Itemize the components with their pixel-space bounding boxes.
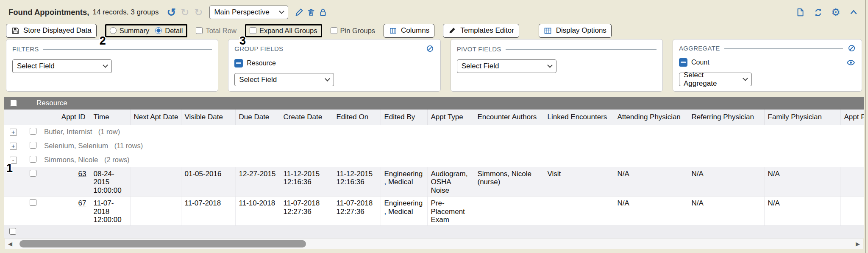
templates-editor-label: Templates Editor — [460, 26, 514, 35]
columns-button[interactable]: Columns — [384, 24, 434, 38]
column-header-appt-type[interactable]: Appt Type — [427, 110, 474, 125]
column-header-attending-physician[interactable]: Attending Physician — [614, 110, 688, 125]
scrollbar-thumb[interactable] — [19, 240, 306, 247]
column-header-encounter-authors[interactable]: Encounter Authors — [474, 110, 544, 125]
appt-id-link[interactable]: 63 — [78, 170, 86, 178]
chevron-down-icon — [279, 8, 285, 14]
cell-create-date: 11-12-2015 12:16:36 — [280, 167, 333, 197]
cell-attending-physician: N/A — [614, 197, 688, 226]
column-header-row: Appt ID Time Next Apt Date Visible Date … — [4, 110, 864, 125]
group-field-chip-label: Resource — [247, 59, 275, 67]
display-options-button[interactable]: Display Options — [539, 24, 612, 38]
delete-perspective-icon[interactable] — [305, 6, 317, 18]
column-header-edited-by[interactable]: Edited By — [381, 110, 427, 125]
column-header-appt-re[interactable]: Appt Re — [840, 110, 864, 125]
expand-all-groups-checkbox[interactable]: Expand All Groups — [250, 27, 317, 35]
document-icon[interactable] — [794, 6, 806, 18]
column-header-create-date[interactable]: Create Date — [280, 110, 333, 125]
column-header-edited-on[interactable]: Edited On — [333, 110, 381, 125]
store-displayed-data-label: Store Displayed Data — [23, 26, 92, 35]
cell-edited-on: 11-12-2015 12:16:36 — [333, 167, 381, 197]
detail-radio-input[interactable] — [155, 27, 162, 34]
display-options-label: Display Options — [556, 26, 606, 35]
group-name: Butler, Internist — [44, 128, 92, 136]
field-chip-icon — [234, 59, 243, 67]
filters-title: FILTERS — [12, 45, 39, 53]
group-fields-title: GROUP FIELDS — [234, 45, 283, 52]
filters-field-select-value: Select Field — [17, 62, 55, 70]
summary-radio[interactable]: Summary — [110, 27, 150, 35]
column-header-referring-physician[interactable]: Referring Physician — [688, 110, 764, 125]
column-header-family-physician[interactable]: Family Physician — [764, 110, 840, 125]
row-checkbox[interactable] — [30, 170, 36, 177]
total-row-label: Total Row — [206, 27, 236, 35]
column-header-visible-date[interactable]: Visible Date — [181, 110, 235, 125]
columns-icon — [389, 26, 397, 35]
scroll-right-icon[interactable]: ▶ — [853, 239, 863, 249]
block-icon[interactable] — [847, 44, 856, 53]
expand-icon[interactable]: + — [10, 143, 17, 150]
cell-time: 11-07-2018 12:00:00 — [90, 197, 130, 226]
column-header-due-date[interactable]: Due Date — [235, 110, 280, 125]
cell-visible-date: 01-05-2016 — [181, 167, 235, 197]
pivot-field-select[interactable]: Select Field — [457, 59, 556, 73]
select-all-checkbox[interactable] — [10, 100, 17, 107]
group-field-select-value: Select Field — [239, 76, 277, 84]
undo-icon[interactable]: ↺ — [165, 6, 177, 18]
edit-perspective-icon[interactable] — [293, 6, 305, 18]
filters-field-select[interactable]: Select Field — [12, 59, 112, 73]
cell-attending-physician: N/A — [614, 167, 688, 197]
templates-editor-button[interactable]: Templates Editor — [443, 24, 519, 38]
group-row-butler: + Butler, Internist (1 row) — [4, 125, 864, 139]
pencil-icon — [448, 26, 456, 35]
cell-time: 08-24-2015 10:00:00 — [90, 167, 130, 197]
checkbox-column-header — [22, 110, 44, 125]
page-title: Found Appointments, — [8, 8, 89, 17]
store-displayed-data-button[interactable]: Store Displayed Data — [6, 24, 97, 38]
group-name: Selenium, Selenium — [44, 142, 108, 150]
pin-groups-checkbox-input[interactable] — [331, 27, 337, 34]
group-field-select[interactable]: Select Field — [234, 73, 334, 86]
group-count: (1 row) — [98, 128, 120, 135]
collapse-chevron-icon[interactable] — [848, 6, 860, 18]
cell-visible-date: 11-07-2018 — [181, 197, 235, 226]
column-header-linked-encounters[interactable]: Linked Encounters — [544, 110, 614, 125]
group-checkbox[interactable] — [30, 128, 36, 135]
aggregate-select-value: Select Aggregate — [684, 71, 737, 88]
summary-radio-input[interactable] — [110, 27, 117, 34]
expand-icon[interactable]: + — [10, 129, 17, 136]
cell-appt-type: Audiogram, OSHA Noise — [427, 167, 474, 197]
detail-radio[interactable]: Detail — [155, 27, 183, 35]
cell-linked-encounters — [544, 197, 614, 226]
scroll-left-icon[interactable]: ◀ — [5, 239, 15, 249]
appt-id-link[interactable]: 67 — [78, 199, 86, 207]
horizontal-scrollbar[interactable]: ◀ ▶ — [5, 238, 863, 249]
cell-linked-encounters: Visit — [544, 167, 614, 197]
lock-icon[interactable] — [317, 6, 329, 18]
aggregate-select[interactable]: Select Aggregate — [679, 73, 752, 86]
total-row-checkbox[interactable]: Total Row — [196, 27, 236, 35]
chevron-down-icon — [103, 62, 108, 68]
column-header-next-apt-date[interactable]: Next Apt Date — [130, 110, 181, 125]
group-checkbox[interactable] — [30, 156, 36, 163]
expand-all-groups-checkbox-input[interactable] — [250, 27, 256, 34]
group-checkbox[interactable] — [30, 142, 36, 149]
group-row-simmons: - Simmons, Nicole (2 rows) — [4, 153, 864, 167]
aggregate-chip[interactable]: Count — [679, 58, 856, 67]
collapse-icon[interactable]: - — [10, 157, 17, 164]
total-row-checkbox-input[interactable] — [196, 27, 203, 34]
column-header-appt-id[interactable]: Appt ID — [44, 110, 90, 125]
eye-icon[interactable] — [846, 58, 856, 67]
block-icon[interactable] — [426, 45, 434, 53]
column-header-time[interactable]: Time — [90, 110, 130, 125]
footer-checkbox[interactable] — [9, 228, 16, 235]
aggregate-chip-label: Count — [691, 59, 709, 66]
perspective-select[interactable]: Main Perspective — [209, 6, 288, 19]
gear-icon[interactable]: ⚙ — [830, 6, 842, 18]
refresh-icon[interactable] — [812, 6, 824, 18]
pin-groups-checkbox[interactable]: Pin Groups — [331, 27, 376, 35]
row-checkbox[interactable] — [30, 199, 36, 206]
chevron-down-icon — [325, 76, 330, 82]
expander-column-header — [4, 110, 22, 125]
group-field-chip[interactable]: Resource — [234, 59, 434, 67]
